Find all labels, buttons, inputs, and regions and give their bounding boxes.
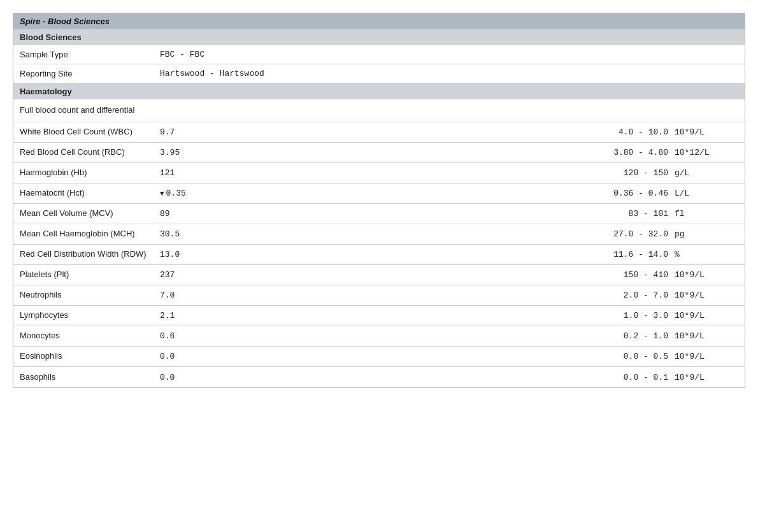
row-value: 0.0 [160,352,275,361]
row-unit: pg [675,229,738,239]
table-row: Monocytes 0.6 0.2 - 1.0 10*9/L [13,326,745,347]
row-label: Lymphocytes [20,310,160,321]
table-row: Red Cell Distribution Width (RDW) 13.0 1… [13,245,745,265]
table-row: Lymphocytes 2.1 1.0 - 3.0 10*9/L [13,306,745,326]
haematology-rows: White Blood Cell Count (WBC) 9.7 4.0 - 1… [13,122,745,387]
row-unit: 10*9/L [675,352,738,361]
row-range: 27.0 - 32.0 [585,229,675,239]
sample-type-row: Sample Type FBC - FBC [13,45,745,64]
main-title-text: Spire - Blood Sciences [20,17,110,26]
flag-icon: ▼ [160,190,164,198]
group-label-text: Full blood count and differential [20,105,160,116]
row-value: 237 [160,270,275,280]
row-label: Basophils [20,372,160,383]
table-row: White Blood Cell Count (WBC) 9.7 4.0 - 1… [13,122,745,143]
row-value: 9.7 [160,127,275,137]
table-row: Platelets (Plt) 237 150 - 410 10*9/L [13,265,745,285]
row-range: 4.0 - 10.0 [585,127,675,137]
row-range: 0.2 - 1.0 [585,331,675,341]
row-label: Mean Cell Haemoglobin (MCH) [20,229,160,240]
haematology-title: Haematology [20,87,72,96]
row-value: 3.95 [160,148,275,157]
row-unit: fl [675,209,738,219]
row-unit: L/L [675,189,738,198]
reporting-site-value: Hartswood - Hartswood [160,69,738,78]
table-row: Mean Cell Haemoglobin (MCH) 30.5 27.0 - … [13,224,745,245]
table-row: Red Blood Cell Count (RBC) 3.95 3.80 - 4… [13,143,745,163]
row-value: 121 [160,168,275,178]
report-container: Spire - Blood Sciences Blood Sciences Sa… [13,13,745,388]
row-range: 120 - 150 [585,168,675,178]
table-row: Haemoglobin (Hb) 121 120 - 150 g/L [13,163,745,183]
row-unit: g/L [675,168,738,178]
sample-type-label: Sample Type [20,50,160,59]
row-range: 11.6 - 14.0 [585,250,675,259]
row-unit: 10*9/L [675,373,738,382]
row-label: Mean Cell Volume (MCV) [20,208,160,219]
table-row: Neutrophils 7.0 2.0 - 7.0 10*9/L [13,285,745,306]
row-label: Haematocrit (Hct) [20,188,160,199]
blood-sciences-header: Blood Sciences [13,29,745,45]
row-unit: 10*9/L [675,291,738,300]
row-label: Neutrophils [20,290,160,301]
reporting-site-label: Reporting Site [20,69,160,78]
row-value: 0.6 [160,331,275,341]
row-value: 7.0 [160,291,275,300]
row-value: 30.5 [160,229,275,239]
row-label: Eosinophils [20,351,160,362]
row-value: 13.0 [160,250,275,259]
row-label: Red Blood Cell Count (RBC) [20,147,160,158]
row-label: Haemoglobin (Hb) [20,168,160,178]
row-range: 0.0 - 0.1 [585,373,675,382]
row-label: Platelets (Plt) [20,270,160,280]
table-row: Eosinophils 0.0 0.0 - 0.5 10*9/L [13,347,745,367]
row-range: 1.0 - 3.0 [585,311,675,320]
row-range: 0.36 - 0.46 [585,189,675,198]
row-label: Red Cell Distribution Width (RDW) [20,249,160,260]
main-title-header: Spire - Blood Sciences [13,13,745,29]
row-range: 2.0 - 7.0 [585,291,675,300]
table-row: Mean Cell Volume (MCV) 89 83 - 101 fl [13,204,745,224]
sample-type-value: FBC - FBC [160,50,738,59]
row-range: 0.0 - 0.5 [585,352,675,361]
row-label: Monocytes [20,331,160,341]
row-unit: % [675,250,738,259]
blood-sciences-title: Blood Sciences [20,32,82,42]
row-value: ▼0.35 [160,189,275,198]
row-unit: 10*9/L [675,270,738,280]
table-row: Haematocrit (Hct) ▼0.35 0.36 - 0.46 L/L [13,183,745,204]
row-range: 3.80 - 4.80 [585,148,675,157]
row-unit: 10*9/L [675,127,738,137]
group-label-row: Full blood count and differential [13,99,745,122]
table-row: Basophils 0.0 0.0 - 0.1 10*9/L [13,367,745,387]
row-value: 2.1 [160,311,275,320]
haematology-header: Haematology [13,83,745,99]
reporting-site-row: Reporting Site Hartswood - Hartswood [13,64,745,83]
row-unit: 10*9/L [675,331,738,341]
row-range: 150 - 410 [585,270,675,280]
row-value: 89 [160,209,275,219]
row-label: White Blood Cell Count (WBC) [20,127,160,138]
row-range: 83 - 101 [585,209,675,219]
row-value: 0.0 [160,373,275,382]
row-unit: 10*12/L [675,148,738,157]
row-unit: 10*9/L [675,311,738,320]
